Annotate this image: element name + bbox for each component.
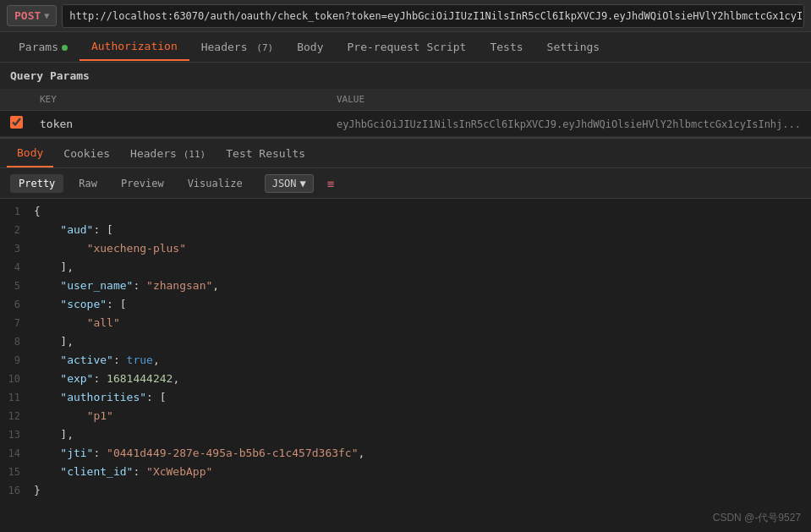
line-content-8: ],: [34, 333, 811, 350]
code-line-11: 11 "authorities": [: [0, 388, 811, 407]
col-value: VALUE: [326, 89, 811, 111]
format-select[interactable]: JSON ▼: [265, 174, 314, 193]
line-num-3: 3: [0, 240, 34, 257]
tab-prerequest[interactable]: Pre-request Script: [336, 34, 479, 60]
line-num-14: 14: [0, 445, 34, 462]
code-line-1: 1 {: [0, 202, 811, 221]
line-num-2: 2: [0, 222, 34, 239]
params-dot: [62, 45, 68, 51]
resp-tab-test-results[interactable]: Test Results: [216, 140, 315, 167]
resp-tab-cookies[interactable]: Cookies: [53, 140, 120, 167]
line-num-6: 6: [0, 296, 34, 313]
response-tabs: Body Cookies Headers (11) Test Results: [0, 138, 811, 168]
line-content-1: {: [34, 203, 811, 220]
format-btn-preview[interactable]: Preview: [112, 174, 173, 193]
code-line-13: 13 ],: [0, 425, 811, 444]
line-num-8: 8: [0, 333, 34, 350]
line-content-4: ],: [34, 259, 811, 276]
line-content-6: "scope": [: [34, 296, 811, 313]
format-select-chevron-icon: ▼: [300, 178, 306, 189]
tab-body[interactable]: Body: [285, 34, 335, 60]
top-section: Params Authorization Headers (7) Body Pr…: [0, 32, 811, 138]
line-content-13: ],: [34, 426, 811, 443]
line-num-5: 5: [0, 277, 34, 294]
param-key-cell: token: [30, 111, 326, 137]
row-checkbox[interactable]: [10, 116, 23, 129]
col-key: KEY: [30, 89, 326, 111]
format-bar: Pretty Raw Preview Visualize JSON ▼ ≡: [0, 168, 811, 199]
url-text: http://localhost:63070/auth/oauth/check_…: [69, 10, 804, 22]
format-btn-raw[interactable]: Raw: [70, 174, 106, 193]
code-line-15: 15 "client_id": "XcWebApp": [0, 463, 811, 481]
code-area: 1 { 2 "aud": [ 3 "xuecheng-plus" 4 ], 5 …: [0, 199, 811, 532]
method-selector[interactable]: POST ▼: [7, 5, 57, 26]
code-line-16: 16 }: [0, 481, 811, 500]
line-num-1: 1: [0, 203, 34, 220]
method-chevron-icon: ▼: [44, 11, 49, 20]
format-btn-pretty[interactable]: Pretty: [10, 174, 63, 193]
line-num-7: 7: [0, 315, 34, 332]
line-content-12: "p1": [34, 408, 811, 425]
line-num-16: 16: [0, 482, 34, 499]
param-key: token: [40, 118, 73, 130]
line-content-3: "xuecheng-plus": [34, 240, 811, 257]
code-line-9: 9 "active": true,: [0, 351, 811, 370]
code-line-4: 4 ],: [0, 258, 811, 277]
code-line-3: 3 "xuecheng-plus": [0, 239, 811, 258]
line-content-7: "all": [34, 315, 811, 332]
line-content-15: "client_id": "XcWebApp": [34, 463, 811, 480]
line-num-12: 12: [0, 408, 34, 425]
line-content-10: "exp": 1681444242,: [34, 370, 811, 387]
line-num-4: 4: [0, 259, 34, 276]
line-content-14: "jti": "0441d449-287e-495a-b5b6-c1c457d3…: [34, 445, 811, 462]
params-table: KEY VALUE token eyJhbGciOiJIUzI1NilsInR5: [0, 89, 811, 137]
line-content-16: }: [34, 482, 811, 499]
tab-authorization[interactable]: Authorization: [79, 33, 189, 61]
tab-settings[interactable]: Settings: [535, 34, 612, 60]
line-content-2: "aud": [: [34, 222, 811, 239]
col-check: [0, 89, 30, 111]
format-btn-visualize[interactable]: Visualize: [179, 174, 251, 193]
code-line-6: 6 "scope": [: [0, 295, 811, 314]
url-input[interactable]: http://localhost:63070/auth/oauth/check_…: [62, 4, 804, 28]
code-line-5: 5 "user_name": "zhangsan",: [0, 277, 811, 295]
row-checkbox-cell[interactable]: [0, 111, 30, 137]
code-line-12: 12 "p1": [0, 407, 811, 425]
method-label: POST: [14, 9, 41, 22]
line-content-5: "user_name": "zhangsan",: [34, 277, 811, 294]
request-tabs: Params Authorization Headers (7) Body Pr…: [0, 32, 811, 63]
code-line-10: 10 "exp": 1681444242,: [0, 370, 811, 388]
bottom-section: Body Cookies Headers (11) Test Results P…: [0, 138, 811, 532]
resp-tab-body[interactable]: Body: [7, 140, 53, 167]
resp-tab-headers[interactable]: Headers (11): [120, 140, 216, 167]
query-params-section: Query Params KEY VALUE token: [0, 63, 811, 137]
line-num-13: 13: [0, 426, 34, 443]
line-content-11: "authorities": [: [34, 389, 811, 406]
param-value: eyJhbGciOiJIUzI1NilsInR5cCl6IkpXVCJ9.eyJ…: [337, 118, 801, 130]
line-num-10: 10: [0, 370, 34, 387]
query-params-title: Query Params: [0, 63, 811, 89]
param-value-cell: eyJhbGciOiJIUzI1NilsInR5cCl6IkpXVCJ9.eyJ…: [326, 111, 811, 137]
code-line-14: 14 "jti": "0441d449-287e-495a-b5b6-c1c45…: [0, 444, 811, 463]
headers-badge: (11): [184, 149, 206, 160]
code-line-7: 7 "all": [0, 314, 811, 332]
line-num-11: 11: [0, 389, 34, 406]
code-line-2: 2 "aud": [: [0, 221, 811, 239]
format-select-label: JSON: [272, 178, 297, 189]
line-content-9: "active": true,: [34, 352, 811, 369]
line-num-9: 9: [0, 352, 34, 369]
code-line-8: 8 ],: [0, 332, 811, 351]
filter-icon[interactable]: ≡: [327, 177, 334, 190]
table-row: token eyJhbGciOiJIUzI1NilsInR5cCl6IkpXVC…: [0, 111, 811, 137]
tab-headers[interactable]: Headers (7): [189, 34, 286, 60]
watermark: CSDN @-代号9527: [713, 511, 801, 525]
line-num-15: 15: [0, 463, 34, 480]
tab-tests[interactable]: Tests: [478, 34, 534, 60]
url-bar: POST ▼ http://localhost:63070/auth/oauth…: [0, 0, 811, 32]
tab-params[interactable]: Params: [7, 34, 79, 60]
